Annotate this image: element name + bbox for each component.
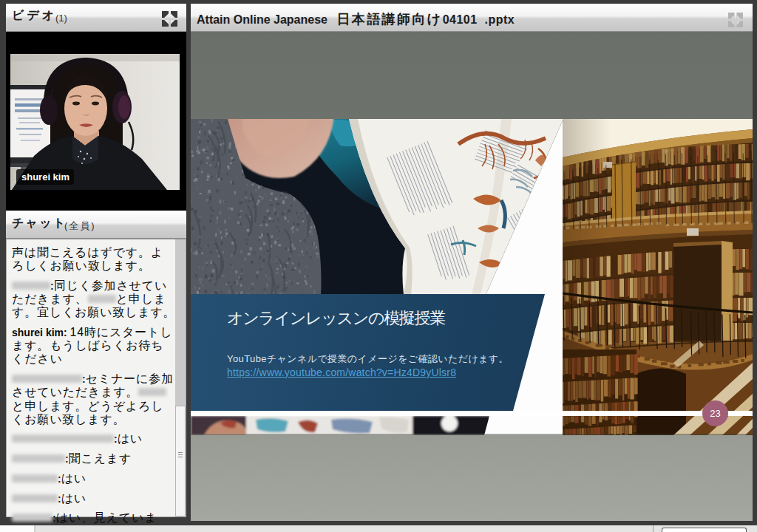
svg-text:shurei kim: shurei kim (21, 171, 69, 183)
